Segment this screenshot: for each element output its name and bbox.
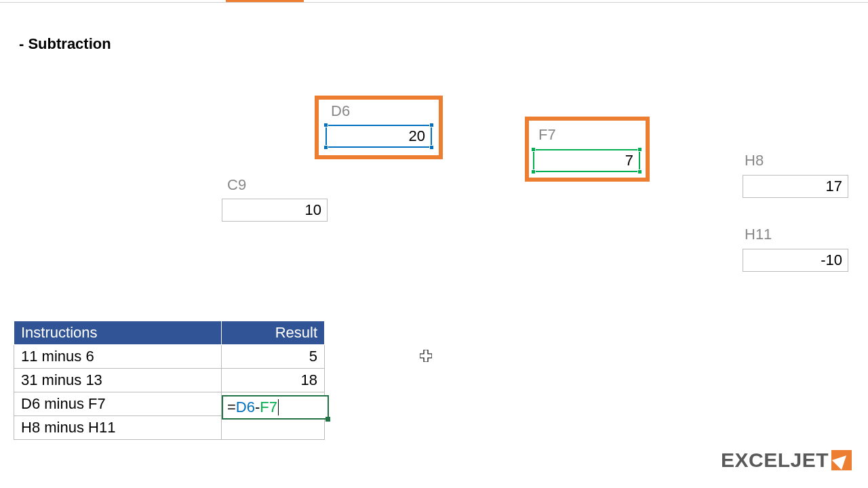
formula-ref-d6: D6 — [236, 399, 255, 416]
cell-instruction: 31 minus 13 — [14, 369, 222, 392]
cell-f7[interactable]: 7 — [533, 149, 640, 172]
exceljet-logo: EXCELJET — [721, 449, 852, 472]
cell-d6-value: 20 — [409, 127, 425, 145]
cell-h8-value: 17 — [826, 178, 842, 195]
cell-c9[interactable]: 10 — [222, 199, 328, 222]
fill-handle[interactable] — [326, 417, 330, 422]
table-row[interactable]: 11 minus 6 5 — [14, 345, 325, 369]
cell-h8[interactable]: 17 — [743, 175, 848, 198]
text-cursor — [278, 399, 279, 415]
cell-f7-value: 7 — [625, 152, 633, 169]
handle-br-green[interactable] — [637, 169, 642, 174]
handle-tr-green[interactable] — [637, 147, 642, 152]
top-divider — [0, 2, 868, 3]
cell-d6[interactable]: 20 — [326, 125, 432, 148]
table-header-row: Instructions Result — [14, 321, 325, 345]
cell-label-h8: H8 — [745, 152, 764, 169]
formula-minus: - — [255, 399, 260, 416]
handle-tr-blue[interactable] — [429, 123, 434, 127]
cell-label-d6: D6 — [331, 102, 350, 120]
instructions-table: Instructions Result 11 minus 6 5 31 minu… — [14, 321, 325, 440]
cell-label-c9: C9 — [227, 176, 246, 194]
cell-c9-value: 10 — [305, 201, 321, 219]
col-instructions: Instructions — [14, 321, 222, 345]
logo-text: EXCELJET — [721, 449, 829, 472]
excel-cross-cursor-icon — [420, 350, 432, 365]
cell-instruction: H8 minus H11 — [14, 416, 222, 440]
table-row[interactable]: 31 minus 13 18 — [14, 369, 325, 392]
cell-h11-value: -10 — [821, 251, 842, 269]
formula-equals: = — [227, 399, 236, 416]
section-heading: - Subtraction — [19, 35, 111, 53]
cell-instruction: 11 minus 6 — [14, 345, 222, 369]
handle-bl-blue[interactable] — [323, 145, 328, 150]
handle-br-blue[interactable] — [429, 145, 434, 150]
logo-mark-icon — [831, 450, 852, 470]
cell-h11[interactable]: -10 — [743, 249, 848, 272]
handle-tl-green[interactable] — [531, 147, 536, 152]
formula-editing-cell[interactable]: =D6-F7 — [222, 395, 329, 420]
formula-ref-f7: F7 — [260, 399, 277, 416]
cell-label-f7: F7 — [538, 126, 556, 144]
cell-result: 5 — [222, 345, 325, 369]
col-result: Result — [222, 321, 325, 345]
handle-tl-blue[interactable] — [323, 123, 328, 127]
cell-instruction: D6 minus F7 — [14, 392, 222, 416]
cell-result: 18 — [222, 369, 325, 392]
handle-bl-green[interactable] — [531, 169, 536, 174]
cell-label-h11: H11 — [745, 226, 772, 243]
